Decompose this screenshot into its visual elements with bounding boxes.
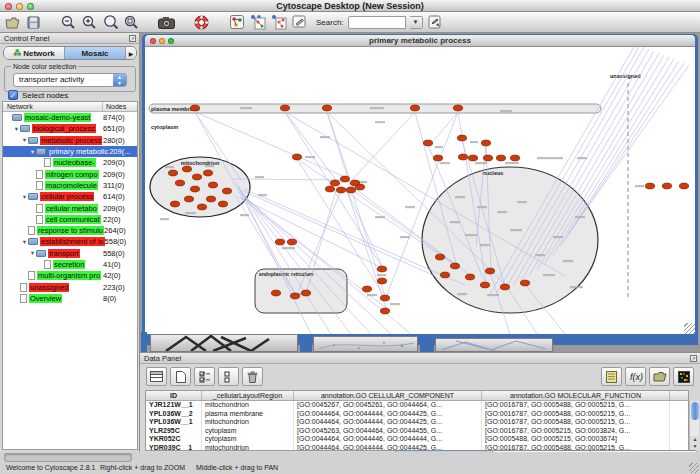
save-session-button[interactable] — [25, 14, 42, 31]
frame-resize-grip[interactable] — [684, 323, 695, 334]
tree-expander-icon[interactable]: ▼ — [13, 126, 20, 132]
background-window[interactable] — [435, 338, 553, 352]
network-node[interactable] — [301, 290, 310, 296]
tab-mosaic[interactable]: Mosaic — [65, 47, 126, 59]
network-node[interactable] — [481, 140, 490, 146]
table-row[interactable]: YLR295Ccytoplasm[GO:0045263, GO:0044464,… — [146, 427, 688, 436]
more-tabs-arrow[interactable]: ▶ — [126, 47, 136, 59]
network-node[interactable] — [190, 186, 199, 192]
network-tree-row[interactable]: ▼establishment of lo558(0) — [3, 236, 137, 247]
table-scrollbar[interactable]: ▲▼ — [689, 401, 699, 450]
network-tree-row[interactable]: ▼primary metabolic209(... — [3, 146, 137, 157]
table-scrollbar-thumb[interactable] — [691, 402, 699, 420]
network-node[interactable] — [380, 295, 389, 301]
network-node[interactable] — [208, 182, 217, 188]
network-tree-row[interactable]: response to stimulu264(0) — [3, 225, 137, 236]
network-tree-row[interactable]: cell communicat22(0) — [3, 214, 137, 225]
network-node[interactable] — [275, 239, 284, 245]
network-tree-row[interactable]: ▼biological_process651(0) — [3, 123, 137, 134]
table-row[interactable]: YPL036W__1mitochondrion[GO:0044464, GO:0… — [146, 418, 688, 427]
new-network-selected-nodes-all-edges-button[interactable] — [249, 14, 266, 31]
select-attributes-button[interactable] — [194, 367, 215, 386]
network-node[interactable] — [458, 154, 467, 160]
network-view-titlebar[interactable]: primary metabolic process — [145, 35, 695, 47]
background-window-edge[interactable] — [420, 338, 434, 352]
network-tree-row[interactable]: secretion41(0) — [3, 259, 137, 270]
network-node[interactable] — [500, 284, 509, 290]
network-tree-row[interactable]: mosaic-demo-yeast874(0) — [3, 112, 137, 123]
table-row[interactable]: YPL036W__2plasma membrane[GO:0044464, GO… — [146, 410, 688, 419]
network-node[interactable] — [355, 184, 364, 190]
zoom-out-button[interactable] — [60, 14, 77, 31]
col-go-molecular-function[interactable]: annotation.GO MOLECULAR_FUNCTION — [482, 391, 670, 400]
zoom-fit-button[interactable] — [102, 14, 119, 31]
network-node[interactable] — [496, 155, 505, 161]
snapshot-button[interactable] — [158, 14, 175, 31]
network-node[interactable] — [182, 166, 191, 172]
network-node[interactable] — [280, 105, 289, 111]
col-id[interactable]: ID — [146, 391, 202, 400]
formula-builder-button[interactable]: f(x) — [625, 367, 646, 386]
network-canvas[interactable]: plasma membranecytoplasmmitochondrionnuc… — [145, 47, 695, 334]
network-tree-row[interactable]: nucleobase-209(0) — [3, 157, 137, 168]
search-input[interactable] — [348, 16, 406, 29]
network-node[interactable] — [483, 155, 492, 161]
network-node[interactable] — [190, 105, 199, 111]
network-node[interactable] — [325, 186, 334, 192]
background-window[interactable] — [150, 334, 298, 352]
network-node[interactable] — [450, 263, 459, 269]
search-configuration-button[interactable] — [427, 14, 444, 31]
network-node[interactable] — [175, 180, 184, 186]
col-go-cellular-component[interactable]: annotation.GO CELLULAR_COMPONENT — [294, 391, 482, 400]
network-node[interactable] — [377, 278, 386, 284]
tree-expander-icon[interactable]: ▼ — [29, 149, 36, 155]
network-node[interactable] — [290, 293, 299, 299]
help-button[interactable] — [193, 14, 210, 31]
network-node[interactable] — [457, 135, 466, 141]
network-tree-row[interactable]: cellular metabo209(0) — [3, 202, 137, 213]
background-window-edge[interactable] — [300, 336, 312, 352]
background-window[interactable] — [313, 336, 418, 352]
table-row[interactable]: YKR052Ccytoplasm[GO:0044464, GO:0044446,… — [146, 435, 688, 444]
network-node[interactable] — [480, 282, 489, 288]
attribute-notes-button[interactable] — [601, 367, 622, 386]
float-panel-icon[interactable] — [129, 35, 136, 42]
tab-network[interactable]: ⁂ Network — [4, 47, 65, 59]
network-node[interactable] — [520, 280, 529, 286]
delete-attribute-button[interactable] — [242, 367, 263, 386]
network-tree-row[interactable]: ▼transport558(0) — [3, 248, 137, 259]
network-tree-row[interactable]: ▼metabolic process280(0) — [3, 135, 137, 146]
new-network-selected-nodes-selected-edges-button[interactable] — [270, 14, 287, 31]
network-node[interactable] — [330, 180, 339, 186]
zoom-in-button[interactable] — [81, 14, 98, 31]
network-node[interactable] — [679, 183, 688, 189]
network-node[interactable] — [206, 196, 215, 202]
network-node[interactable] — [168, 170, 177, 176]
network-tree-row[interactable]: unassigned223(0) — [3, 281, 137, 292]
network-node[interactable] — [322, 105, 331, 111]
open-session-button[interactable] — [4, 14, 21, 31]
vizmapper-button[interactable] — [228, 14, 245, 31]
network-node[interactable] — [377, 266, 386, 272]
attribute-table-button[interactable] — [146, 367, 167, 386]
table-scrollbar-arrows[interactable]: ▲▼ — [690, 436, 700, 450]
node-color-attribute-select[interactable]: transporter activity ▲▼ — [13, 73, 127, 87]
network-node[interactable] — [423, 140, 432, 146]
network-node[interactable] — [287, 239, 296, 245]
network-node[interactable] — [510, 155, 519, 161]
network-node[interactable] — [170, 201, 179, 207]
network-node[interactable] — [336, 187, 345, 193]
network-node[interactable] — [184, 196, 193, 202]
network-tree-row[interactable]: nitrogen compo209(0) — [3, 168, 137, 179]
window-resize-grip[interactable] — [689, 463, 699, 473]
table-row[interactable]: YJR121W__1mitochondrion[GO:0045267, GO:0… — [146, 401, 688, 410]
network-node[interactable] — [410, 105, 419, 111]
background-window-edge[interactable] — [141, 332, 147, 352]
network-node[interactable] — [222, 188, 231, 194]
network-node[interactable] — [662, 183, 671, 189]
tree-expander-icon[interactable]: ▼ — [21, 194, 28, 200]
tree-expander-icon[interactable]: ▼ — [21, 137, 28, 143]
network-tree-row[interactable]: Overview8(0) — [3, 293, 137, 304]
network-node[interactable] — [453, 105, 462, 111]
col-cellular-layout-region[interactable]: _cellularLayoutRegion — [202, 391, 294, 400]
